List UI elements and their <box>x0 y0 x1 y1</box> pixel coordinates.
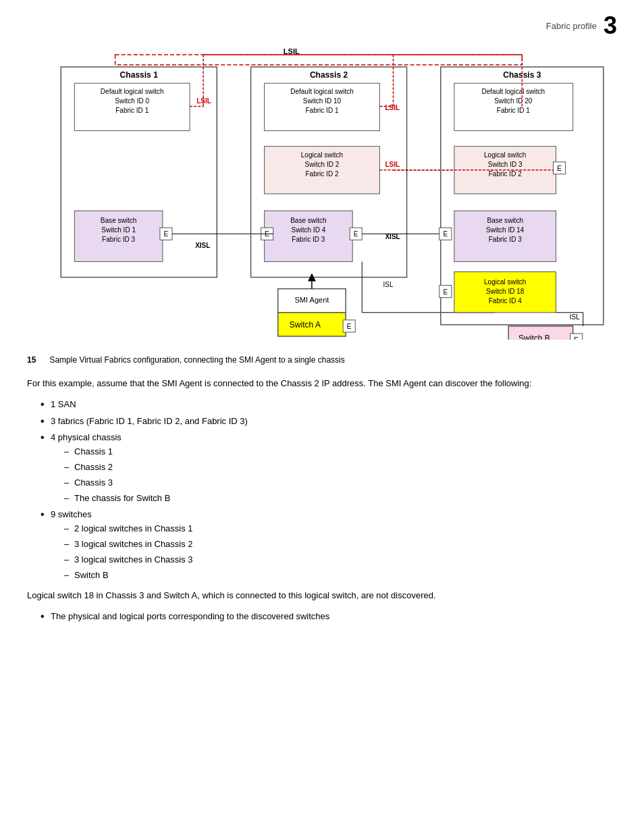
svg-text:Fabric ID 2: Fabric ID 2 <box>305 170 338 178</box>
list-item-chassis: 4 physical chassis Chassis 1 Chassis 2 C… <box>41 431 617 505</box>
svg-text:LSIL: LSIL <box>196 97 211 105</box>
svg-text:Fabric ID 2: Fabric ID 2 <box>489 170 522 178</box>
sub-list-item: Chassis 2 <box>64 461 617 475</box>
intro-paragraph: For this example, assume that the SMI Ag… <box>27 377 617 391</box>
svg-text:E: E <box>347 323 352 330</box>
svg-text:Fabric ID 4: Fabric ID 4 <box>489 297 522 305</box>
svg-text:Logical switch: Logical switch <box>484 151 526 159</box>
sub-list-item: 2 logical switches in Chassis 1 <box>64 522 617 536</box>
svg-text:E: E <box>574 336 579 340</box>
svg-text:XISL: XISL <box>385 233 400 240</box>
svg-text:E: E <box>354 230 358 238</box>
svg-text:E: E <box>265 230 269 238</box>
list-item-ports: The physical and logical ports correspon… <box>41 610 617 624</box>
main-bullet-list: 1 SAN 3 fabrics (Fabric ID 1, Fabric ID … <box>41 398 617 583</box>
switches-sub-list: 2 logical switches in Chassis 1 3 logica… <box>64 522 617 582</box>
svg-text:Fabric ID 3: Fabric ID 3 <box>102 236 135 243</box>
chassis-sub-list: Chassis 1 Chassis 2 Chassis 3 The chassi… <box>64 445 617 505</box>
svg-text:E: E <box>557 165 562 172</box>
sub-list-item: Switch B <box>64 569 617 583</box>
svg-text:ISL: ISL <box>570 313 580 321</box>
sub-list-item: 3 logical switches in Chassis 2 <box>64 538 617 552</box>
svg-text:Switch ID 10: Switch ID 10 <box>303 97 342 105</box>
svg-text:Fabric ID 1: Fabric ID 1 <box>497 107 530 114</box>
svg-text:Default logical switch: Default logical switch <box>481 88 545 95</box>
svg-text:Switch ID 3: Switch ID 3 <box>488 161 522 168</box>
svg-text:Fabric ID 1: Fabric ID 1 <box>115 107 149 114</box>
section-title: Fabric profile <box>546 21 597 31</box>
list-item-switches: 9 switches 2 logical switches in Chassis… <box>41 508 617 582</box>
svg-text:E: E <box>443 288 448 296</box>
sub-list-item: 3 logical switches in Chassis 3 <box>64 553 617 567</box>
svg-text:E: E <box>443 230 448 238</box>
note-paragraph: Logical switch 18 in Chassis 3 and Switc… <box>27 589 617 603</box>
svg-text:Switch ID 4: Switch ID 4 <box>292 226 326 234</box>
final-bullet-list: The physical and logical ports correspon… <box>41 610 617 624</box>
svg-text:Switch ID 14: Switch ID 14 <box>486 226 525 234</box>
svg-text:Chassis 1: Chassis 1 <box>120 70 159 80</box>
svg-text:Default logical switch: Default logical switch <box>290 88 354 95</box>
svg-text:Logical switch: Logical switch <box>301 151 343 159</box>
svg-text:ISL: ISL <box>383 281 393 288</box>
figure-label: 15 <box>27 355 36 365</box>
svg-rect-0 <box>115 55 522 65</box>
svg-text:Switch A: Switch A <box>290 320 321 330</box>
svg-text:Switch ID 20: Switch ID 20 <box>494 97 533 105</box>
list-item-san: 1 SAN <box>41 398 617 412</box>
svg-text:Base switch: Base switch <box>290 217 327 224</box>
diagram-container: LSIL Chassis 1 Default logical switch Sw… <box>27 48 617 342</box>
svg-text:Fabric ID 1: Fabric ID 1 <box>305 107 338 114</box>
page-header: Fabric profile 3 <box>27 14 617 41</box>
svg-text:Default logical switch: Default logical switch <box>101 88 164 95</box>
svg-text:Base switch: Base switch <box>487 217 523 224</box>
svg-text:Fabric ID 3: Fabric ID 3 <box>292 236 325 243</box>
sub-list-item: Chassis 3 <box>64 476 617 490</box>
svg-text:XISL: XISL <box>195 242 210 249</box>
svg-text:Logical switch: Logical switch <box>484 278 526 286</box>
figure-caption: 15 Sample Virtual Fabrics configuration,… <box>27 355 617 365</box>
sub-list-item: The chassis for Switch B <box>64 492 617 506</box>
svg-text:Switch ID 2: Switch ID 2 <box>305 161 340 168</box>
svg-text:LSIL: LSIL <box>385 161 400 168</box>
figure-caption-text: Sample Virtual Fabrics configuration, co… <box>49 355 344 365</box>
svg-text:Switch ID 18: Switch ID 18 <box>486 288 525 295</box>
svg-text:Switch ID 1: Switch ID 1 <box>101 226 136 234</box>
page-number: 3 <box>603 14 617 38</box>
svg-text:Switch ID 0: Switch ID 0 <box>115 97 149 105</box>
diagram-svg: LSIL Chassis 1 Default logical switch Sw… <box>27 48 617 340</box>
sub-list-item: Chassis 1 <box>64 445 617 459</box>
svg-text:Fabric ID 3: Fabric ID 3 <box>489 236 522 243</box>
svg-text:E: E <box>164 230 169 238</box>
list-item-fabrics: 3 fabrics (Fabric ID 1, Fabric ID 2, and… <box>41 415 617 429</box>
svg-text:Chassis 2: Chassis 2 <box>310 70 348 80</box>
svg-text:Base switch: Base switch <box>101 217 137 224</box>
svg-text:SMI Agent: SMI Agent <box>294 296 329 304</box>
svg-text:Switch B: Switch B <box>518 334 550 340</box>
svg-text:LSIL: LSIL <box>385 104 400 111</box>
